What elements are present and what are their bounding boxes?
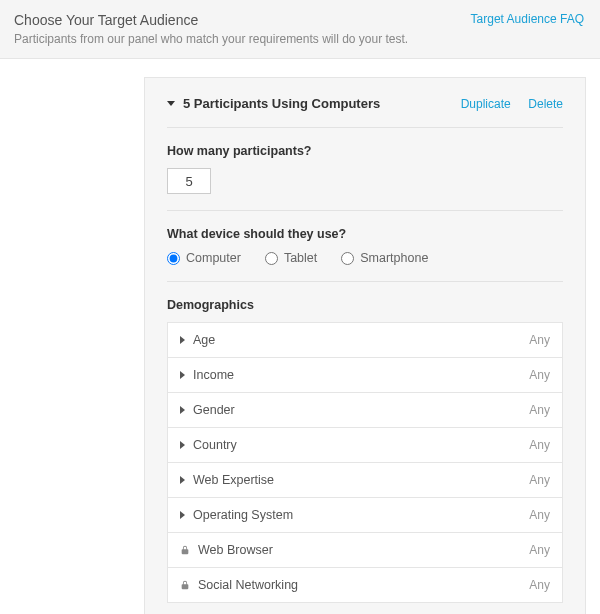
device-option-smartphone[interactable]: Smartphone (341, 251, 428, 265)
demographic-value: Any (529, 578, 550, 592)
demographics-section: Demographics AgeAnyIncomeAnyGenderAnyCou… (167, 282, 563, 603)
lock-icon (180, 580, 190, 590)
demographic-value: Any (529, 368, 550, 382)
device-option-label: Tablet (284, 251, 317, 265)
caret-right-icon (180, 476, 185, 484)
duplicate-link[interactable]: Duplicate (461, 97, 511, 111)
demographic-row-web-expertise[interactable]: Web ExpertiseAny (167, 463, 563, 498)
page-header: Choose Your Target Audience Participants… (0, 0, 600, 59)
demographic-row-age[interactable]: AgeAny (167, 322, 563, 358)
demographic-row-gender[interactable]: GenderAny (167, 393, 563, 428)
page-subtitle: Participants from our panel who match yo… (14, 32, 586, 46)
lock-icon (180, 545, 190, 555)
demographic-row-income[interactable]: IncomeAny (167, 358, 563, 393)
device-radio-tablet[interactable] (265, 252, 278, 265)
caret-right-icon (180, 336, 185, 344)
caret-right-icon (180, 511, 185, 519)
demographic-value: Any (529, 438, 550, 452)
demographic-label: Web Expertise (193, 473, 529, 487)
audience-panel: 5 Participants Using Computers Duplicate… (144, 77, 586, 614)
device-section: What device should they use? ComputerTab… (167, 211, 563, 282)
demographic-label: Age (193, 333, 529, 347)
demographic-value: Any (529, 403, 550, 417)
device-option-computer[interactable]: Computer (167, 251, 241, 265)
panel-header: 5 Participants Using Computers Duplicate… (167, 96, 563, 128)
demographic-row-country[interactable]: CountryAny (167, 428, 563, 463)
device-option-tablet[interactable]: Tablet (265, 251, 317, 265)
device-question: What device should they use? (167, 227, 563, 241)
demographic-label: Web Browser (198, 543, 529, 557)
caret-right-icon (180, 371, 185, 379)
demographics-heading: Demographics (167, 298, 563, 312)
participants-input[interactable] (167, 168, 211, 194)
panel-title: 5 Participants Using Computers (183, 96, 447, 111)
demographic-value: Any (529, 473, 550, 487)
demographic-row-web-browser[interactable]: Web BrowserAny (167, 533, 563, 568)
demographic-label: Social Networking (198, 578, 529, 592)
device-option-label: Smartphone (360, 251, 428, 265)
device-radio-computer[interactable] (167, 252, 180, 265)
demographic-value: Any (529, 508, 550, 522)
demographic-label: Gender (193, 403, 529, 417)
demographic-label: Operating System (193, 508, 529, 522)
device-option-label: Computer (186, 251, 241, 265)
device-radio-smartphone[interactable] (341, 252, 354, 265)
demographic-label: Country (193, 438, 529, 452)
caret-right-icon (180, 441, 185, 449)
demographic-row-operating-system[interactable]: Operating SystemAny (167, 498, 563, 533)
demographic-value: Any (529, 333, 550, 347)
caret-right-icon (180, 406, 185, 414)
participants-question: How many participants? (167, 144, 563, 158)
demographic-value: Any (529, 543, 550, 557)
participants-section: How many participants? (167, 128, 563, 211)
demographic-label: Income (193, 368, 529, 382)
demographic-row-social-networking[interactable]: Social NetworkingAny (167, 568, 563, 603)
caret-down-icon[interactable] (167, 101, 175, 106)
delete-link[interactable]: Delete (528, 97, 563, 111)
target-audience-faq-link[interactable]: Target Audience FAQ (471, 12, 584, 26)
